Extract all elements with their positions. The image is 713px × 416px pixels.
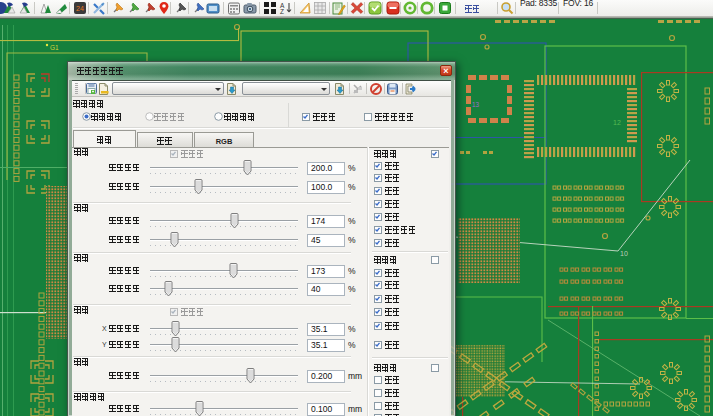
svg-text:24: 24 bbox=[76, 5, 84, 12]
svg-text:12: 12 bbox=[613, 119, 621, 126]
svg-text:G1: G1 bbox=[50, 44, 59, 51]
svg-text:10: 10 bbox=[620, 250, 628, 257]
svg-text:13: 13 bbox=[472, 101, 480, 108]
svg-text:Z: Z bbox=[280, 8, 284, 15]
